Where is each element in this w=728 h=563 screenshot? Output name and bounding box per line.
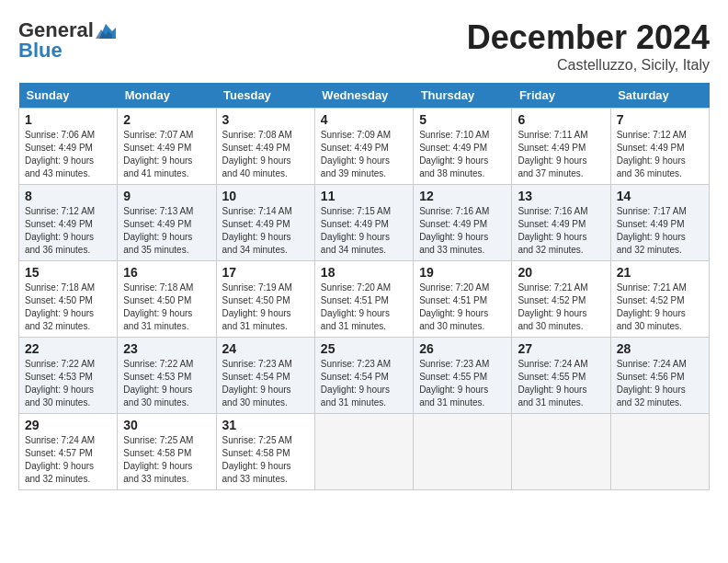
week-row-1: 1Sunrise: 7:06 AMSunset: 4:49 PMDaylight… bbox=[19, 109, 710, 185]
logo: General Blue bbox=[18, 18, 116, 63]
day-info: Sunrise: 7:18 AMSunset: 4:50 PMDaylight:… bbox=[25, 282, 95, 331]
day-number: 18 bbox=[321, 265, 407, 280]
day-info: Sunrise: 7:16 AMSunset: 4:49 PMDaylight:… bbox=[518, 206, 587, 255]
day-number: 23 bbox=[123, 341, 210, 356]
calendar-cell: 3Sunrise: 7:08 AMSunset: 4:49 PMDaylight… bbox=[216, 109, 314, 185]
logo-icon bbox=[96, 22, 116, 39]
day-info: Sunrise: 7:24 AMSunset: 4:56 PMDaylight:… bbox=[617, 359, 687, 408]
week-row-3: 15Sunrise: 7:18 AMSunset: 4:50 PMDayligh… bbox=[19, 261, 710, 338]
calendar-cell: 8Sunrise: 7:12 AMSunset: 4:49 PMDaylight… bbox=[19, 185, 118, 261]
calendar-cell: 18Sunrise: 7:20 AMSunset: 4:51 PMDayligh… bbox=[314, 261, 413, 338]
day-number: 27 bbox=[518, 341, 604, 356]
day-info: Sunrise: 7:13 AMSunset: 4:49 PMDaylight:… bbox=[123, 206, 193, 255]
calendar-cell: 12Sunrise: 7:16 AMSunset: 4:49 PMDayligh… bbox=[414, 185, 512, 261]
calendar-cell: 13Sunrise: 7:16 AMSunset: 4:49 PMDayligh… bbox=[512, 185, 610, 261]
week-row-4: 22Sunrise: 7:22 AMSunset: 4:53 PMDayligh… bbox=[19, 338, 710, 414]
calendar-cell: 16Sunrise: 7:18 AMSunset: 4:50 PMDayligh… bbox=[118, 261, 216, 338]
day-number: 12 bbox=[419, 189, 506, 203]
calendar-cell: 9Sunrise: 7:13 AMSunset: 4:49 PMDaylight… bbox=[118, 185, 216, 261]
day-info: Sunrise: 7:12 AMSunset: 4:49 PMDaylight:… bbox=[25, 206, 95, 255]
calendar-cell: 17Sunrise: 7:19 AMSunset: 4:50 PMDayligh… bbox=[216, 261, 314, 338]
calendar-cell bbox=[414, 414, 512, 490]
col-header-tuesday: Tuesday bbox=[216, 83, 314, 109]
day-number: 29 bbox=[25, 418, 111, 432]
calendar-cell: 23Sunrise: 7:22 AMSunset: 4:53 PMDayligh… bbox=[118, 338, 216, 414]
calendar-cell: 6Sunrise: 7:11 AMSunset: 4:49 PMDaylight… bbox=[512, 109, 610, 185]
day-info: Sunrise: 7:24 AMSunset: 4:57 PMDaylight:… bbox=[25, 435, 95, 484]
calendar-cell: 22Sunrise: 7:22 AMSunset: 4:53 PMDayligh… bbox=[19, 338, 118, 414]
day-info: Sunrise: 7:23 AMSunset: 4:55 PMDaylight:… bbox=[419, 359, 489, 408]
day-info: Sunrise: 7:14 AMSunset: 4:49 PMDaylight:… bbox=[222, 206, 292, 255]
calendar-cell bbox=[314, 414, 413, 490]
day-number: 10 bbox=[222, 189, 309, 203]
day-info: Sunrise: 7:11 AMSunset: 4:49 PMDaylight:… bbox=[518, 130, 587, 178]
day-info: Sunrise: 7:25 AMSunset: 4:58 PMDaylight:… bbox=[123, 435, 193, 484]
calendar-cell: 31Sunrise: 7:25 AMSunset: 4:58 PMDayligh… bbox=[216, 414, 314, 490]
day-number: 25 bbox=[321, 341, 407, 356]
day-info: Sunrise: 7:25 AMSunset: 4:58 PMDaylight:… bbox=[222, 435, 292, 484]
col-header-sunday: Sunday bbox=[19, 83, 118, 109]
col-header-monday: Monday bbox=[118, 83, 216, 109]
day-number: 26 bbox=[419, 341, 506, 356]
calendar-cell: 27Sunrise: 7:24 AMSunset: 4:55 PMDayligh… bbox=[512, 338, 610, 414]
day-info: Sunrise: 7:07 AMSunset: 4:49 PMDaylight:… bbox=[123, 130, 193, 178]
day-number: 11 bbox=[321, 189, 407, 203]
header-row: SundayMondayTuesdayWednesdayThursdayFrid… bbox=[19, 83, 710, 109]
col-header-friday: Friday bbox=[512, 83, 610, 109]
day-number: 22 bbox=[25, 341, 111, 356]
day-info: Sunrise: 7:20 AMSunset: 4:51 PMDaylight:… bbox=[321, 282, 391, 331]
calendar-cell: 29Sunrise: 7:24 AMSunset: 4:57 PMDayligh… bbox=[19, 414, 118, 490]
day-number: 16 bbox=[123, 265, 210, 280]
day-number: 4 bbox=[321, 112, 407, 127]
calendar-cell: 7Sunrise: 7:12 AMSunset: 4:49 PMDaylight… bbox=[610, 109, 709, 185]
day-info: Sunrise: 7:23 AMSunset: 4:54 PMDaylight:… bbox=[222, 359, 292, 408]
title-area: December 2024 Castelluzzo, Sicily, Italy bbox=[467, 18, 710, 74]
calendar-cell: 1Sunrise: 7:06 AMSunset: 4:49 PMDaylight… bbox=[19, 109, 118, 185]
day-number: 28 bbox=[617, 341, 703, 356]
calendar-cell: 30Sunrise: 7:25 AMSunset: 4:58 PMDayligh… bbox=[118, 414, 216, 490]
day-info: Sunrise: 7:21 AMSunset: 4:52 PMDaylight:… bbox=[617, 282, 687, 331]
day-number: 7 bbox=[617, 112, 703, 127]
day-info: Sunrise: 7:08 AMSunset: 4:49 PMDaylight:… bbox=[222, 130, 292, 178]
day-info: Sunrise: 7:12 AMSunset: 4:49 PMDaylight:… bbox=[617, 130, 687, 178]
day-number: 20 bbox=[518, 265, 604, 280]
day-info: Sunrise: 7:20 AMSunset: 4:51 PMDaylight:… bbox=[419, 282, 489, 331]
day-info: Sunrise: 7:22 AMSunset: 4:53 PMDaylight:… bbox=[123, 359, 193, 408]
col-header-thursday: Thursday bbox=[414, 83, 512, 109]
day-number: 1 bbox=[25, 112, 111, 127]
day-number: 2 bbox=[123, 112, 210, 127]
day-info: Sunrise: 7:16 AMSunset: 4:49 PMDaylight:… bbox=[419, 206, 489, 255]
logo-blue: Blue bbox=[18, 39, 63, 63]
location: Castelluzzo, Sicily, Italy bbox=[467, 57, 710, 74]
day-info: Sunrise: 7:22 AMSunset: 4:53 PMDaylight:… bbox=[25, 359, 95, 408]
day-number: 9 bbox=[123, 189, 210, 203]
day-info: Sunrise: 7:10 AMSunset: 4:49 PMDaylight:… bbox=[419, 130, 489, 178]
col-header-saturday: Saturday bbox=[610, 83, 709, 109]
day-info: Sunrise: 7:24 AMSunset: 4:55 PMDaylight:… bbox=[518, 359, 587, 408]
calendar-cell: 24Sunrise: 7:23 AMSunset: 4:54 PMDayligh… bbox=[216, 338, 314, 414]
day-info: Sunrise: 7:18 AMSunset: 4:50 PMDaylight:… bbox=[123, 282, 193, 331]
calendar-cell: 28Sunrise: 7:24 AMSunset: 4:56 PMDayligh… bbox=[610, 338, 709, 414]
day-number: 13 bbox=[518, 189, 604, 203]
calendar-cell: 14Sunrise: 7:17 AMSunset: 4:49 PMDayligh… bbox=[610, 185, 709, 261]
calendar-cell bbox=[512, 414, 610, 490]
calendar-cell: 4Sunrise: 7:09 AMSunset: 4:49 PMDaylight… bbox=[314, 109, 413, 185]
calendar-cell: 5Sunrise: 7:10 AMSunset: 4:49 PMDaylight… bbox=[414, 109, 512, 185]
day-number: 14 bbox=[617, 189, 703, 203]
day-info: Sunrise: 7:23 AMSunset: 4:54 PMDaylight:… bbox=[321, 359, 391, 408]
calendar-cell: 26Sunrise: 7:23 AMSunset: 4:55 PMDayligh… bbox=[414, 338, 512, 414]
calendar-cell: 19Sunrise: 7:20 AMSunset: 4:51 PMDayligh… bbox=[414, 261, 512, 338]
day-number: 19 bbox=[419, 265, 506, 280]
day-number: 24 bbox=[222, 341, 309, 356]
day-number: 17 bbox=[222, 265, 309, 280]
col-header-wednesday: Wednesday bbox=[314, 83, 413, 109]
day-number: 31 bbox=[222, 418, 309, 432]
day-info: Sunrise: 7:17 AMSunset: 4:49 PMDaylight:… bbox=[617, 206, 687, 255]
calendar-cell: 2Sunrise: 7:07 AMSunset: 4:49 PMDaylight… bbox=[118, 109, 216, 185]
day-number: 5 bbox=[419, 112, 506, 127]
calendar-cell: 20Sunrise: 7:21 AMSunset: 4:52 PMDayligh… bbox=[512, 261, 610, 338]
month-title: December 2024 bbox=[467, 18, 710, 57]
day-number: 8 bbox=[25, 189, 111, 203]
week-row-2: 8Sunrise: 7:12 AMSunset: 4:49 PMDaylight… bbox=[19, 185, 710, 261]
calendar-cell: 21Sunrise: 7:21 AMSunset: 4:52 PMDayligh… bbox=[610, 261, 709, 338]
